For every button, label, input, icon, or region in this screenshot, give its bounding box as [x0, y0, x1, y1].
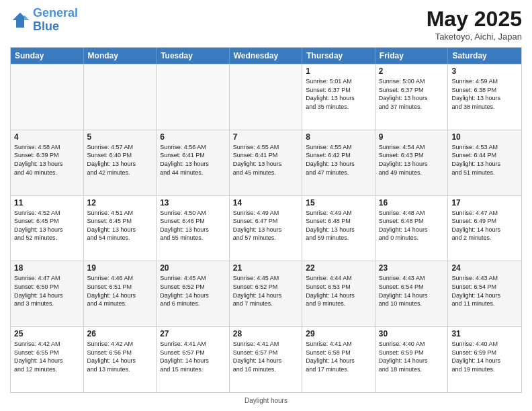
day-number: 3: [451, 66, 518, 76]
month-title: May 2025: [427, 7, 522, 32]
calendar: SundayMondayTuesdayWednesdayThursdayFrid…: [10, 47, 522, 393]
week-row-2: 11Sunrise: 4:52 AM Sunset: 6:45 PM Dayli…: [11, 195, 521, 261]
day-info: Sunrise: 4:46 AM Sunset: 6:51 PM Dayligh…: [87, 274, 153, 308]
day-header-saturday: Saturday: [448, 48, 521, 64]
calendar-cell: 13Sunrise: 4:50 AM Sunset: 6:46 PM Dayli…: [157, 196, 230, 261]
header: General Blue May 2025 Taketoyo, Aichi, J…: [10, 7, 522, 42]
calendar-header: SundayMondayTuesdayWednesdayThursdayFrid…: [11, 48, 521, 64]
week-row-3: 18Sunrise: 4:47 AM Sunset: 6:50 PM Dayli…: [11, 261, 521, 326]
day-number: 19: [87, 263, 153, 273]
logo-text: General Blue: [33, 7, 78, 34]
day-number: 30: [379, 329, 445, 338]
calendar-cell: 31Sunrise: 4:40 AM Sunset: 6:59 PM Dayli…: [448, 327, 521, 392]
calendar-cell: [11, 64, 84, 130]
calendar-cell: 2Sunrise: 5:00 AM Sunset: 6:37 PM Daylig…: [375, 64, 449, 130]
day-number: 18: [14, 263, 80, 273]
day-info: Sunrise: 4:40 AM Sunset: 6:59 PM Dayligh…: [451, 340, 518, 373]
day-number: 23: [379, 263, 445, 273]
day-number: 27: [160, 329, 226, 338]
week-row-0: 1Sunrise: 5:01 AM Sunset: 6:37 PM Daylig…: [11, 64, 521, 130]
day-info: Sunrise: 4:58 AM Sunset: 6:39 PM Dayligh…: [14, 143, 80, 177]
calendar-cell: 11Sunrise: 4:52 AM Sunset: 6:45 PM Dayli…: [11, 196, 84, 261]
calendar-cell: 19Sunrise: 4:46 AM Sunset: 6:51 PM Dayli…: [84, 261, 157, 326]
day-info: Sunrise: 5:01 AM Sunset: 6:37 PM Dayligh…: [306, 77, 371, 111]
day-info: Sunrise: 4:54 AM Sunset: 6:43 PM Dayligh…: [379, 143, 445, 177]
day-info: Sunrise: 4:43 AM Sunset: 6:54 PM Dayligh…: [379, 274, 445, 308]
calendar-cell: 21Sunrise: 4:45 AM Sunset: 6:52 PM Dayli…: [230, 261, 303, 326]
day-header-thursday: Thursday: [302, 48, 375, 64]
calendar-body: 1Sunrise: 5:01 AM Sunset: 6:37 PM Daylig…: [11, 64, 521, 392]
calendar-cell: [157, 64, 230, 130]
day-number: 29: [306, 329, 371, 338]
week-row-1: 4Sunrise: 4:58 AM Sunset: 6:39 PM Daylig…: [11, 130, 521, 195]
calendar-cell: 16Sunrise: 4:48 AM Sunset: 6:48 PM Dayli…: [375, 196, 449, 261]
day-info: Sunrise: 5:00 AM Sunset: 6:37 PM Dayligh…: [379, 77, 445, 111]
day-info: Sunrise: 4:47 AM Sunset: 6:49 PM Dayligh…: [451, 209, 518, 242]
calendar-cell: 29Sunrise: 4:41 AM Sunset: 6:58 PM Dayli…: [302, 327, 375, 392]
day-info: Sunrise: 4:55 AM Sunset: 6:41 PM Dayligh…: [233, 143, 299, 177]
day-number: 31: [451, 329, 518, 338]
day-info: Sunrise: 4:41 AM Sunset: 6:58 PM Dayligh…: [306, 340, 371, 373]
calendar-cell: 12Sunrise: 4:51 AM Sunset: 6:45 PM Dayli…: [84, 196, 157, 261]
day-number: 22: [306, 263, 371, 273]
day-info: Sunrise: 4:52 AM Sunset: 6:45 PM Dayligh…: [14, 209, 80, 242]
calendar-cell: 5Sunrise: 4:57 AM Sunset: 6:40 PM Daylig…: [84, 130, 157, 195]
week-row-4: 25Sunrise: 4:42 AM Sunset: 6:55 PM Dayli…: [11, 326, 521, 392]
day-info: Sunrise: 4:50 AM Sunset: 6:46 PM Dayligh…: [160, 209, 226, 242]
calendar-cell: 24Sunrise: 4:43 AM Sunset: 6:54 PM Dayli…: [448, 261, 521, 326]
day-number: 1: [306, 66, 371, 76]
day-number: 2: [379, 66, 445, 76]
svg-marker-1: [24, 15, 30, 20]
day-number: 13: [160, 198, 226, 208]
day-info: Sunrise: 4:41 AM Sunset: 6:57 PM Dayligh…: [160, 340, 226, 373]
day-info: Sunrise: 4:57 AM Sunset: 6:40 PM Dayligh…: [87, 143, 153, 177]
day-number: 15: [306, 198, 371, 208]
calendar-cell: 8Sunrise: 4:55 AM Sunset: 6:42 PM Daylig…: [302, 130, 375, 195]
day-number: 14: [233, 198, 299, 208]
day-number: 11: [14, 198, 80, 208]
calendar-cell: 27Sunrise: 4:41 AM Sunset: 6:57 PM Dayli…: [157, 327, 230, 392]
day-number: 5: [87, 132, 153, 142]
day-number: 6: [160, 132, 226, 142]
footer: Daylight hours: [10, 397, 522, 404]
day-info: Sunrise: 4:53 AM Sunset: 6:44 PM Dayligh…: [451, 143, 518, 177]
calendar-cell: 4Sunrise: 4:58 AM Sunset: 6:39 PM Daylig…: [11, 130, 84, 195]
day-number: 12: [87, 198, 153, 208]
day-info: Sunrise: 4:47 AM Sunset: 6:50 PM Dayligh…: [14, 274, 80, 308]
day-number: 26: [87, 329, 153, 338]
calendar-cell: 25Sunrise: 4:42 AM Sunset: 6:55 PM Dayli…: [11, 327, 84, 392]
day-info: Sunrise: 4:45 AM Sunset: 6:52 PM Dayligh…: [233, 274, 299, 308]
day-number: 21: [233, 263, 299, 273]
day-info: Sunrise: 4:49 AM Sunset: 6:47 PM Dayligh…: [233, 209, 299, 242]
day-number: 4: [14, 132, 80, 142]
calendar-cell: 6Sunrise: 4:56 AM Sunset: 6:41 PM Daylig…: [157, 130, 230, 195]
day-info: Sunrise: 4:40 AM Sunset: 6:59 PM Dayligh…: [379, 340, 445, 373]
day-info: Sunrise: 4:48 AM Sunset: 6:48 PM Dayligh…: [379, 209, 445, 242]
day-number: 8: [306, 132, 371, 142]
day-info: Sunrise: 4:56 AM Sunset: 6:41 PM Dayligh…: [160, 143, 226, 177]
day-info: Sunrise: 4:59 AM Sunset: 6:38 PM Dayligh…: [451, 77, 518, 111]
day-number: 10: [451, 132, 518, 142]
day-info: Sunrise: 4:51 AM Sunset: 6:45 PM Dayligh…: [87, 209, 153, 242]
day-header-tuesday: Tuesday: [157, 48, 230, 64]
day-info: Sunrise: 4:55 AM Sunset: 6:42 PM Dayligh…: [306, 143, 371, 177]
day-number: 17: [451, 198, 518, 208]
day-number: 7: [233, 132, 299, 142]
calendar-cell: 17Sunrise: 4:47 AM Sunset: 6:49 PM Dayli…: [448, 196, 521, 261]
day-number: 28: [233, 329, 299, 338]
calendar-cell: 10Sunrise: 4:53 AM Sunset: 6:44 PM Dayli…: [448, 130, 521, 195]
day-info: Sunrise: 4:49 AM Sunset: 6:48 PM Dayligh…: [306, 209, 371, 242]
calendar-cell: 20Sunrise: 4:45 AM Sunset: 6:52 PM Dayli…: [157, 261, 230, 326]
day-header-sunday: Sunday: [11, 48, 84, 64]
calendar-cell: 23Sunrise: 4:43 AM Sunset: 6:54 PM Dayli…: [375, 261, 449, 326]
day-info: Sunrise: 4:41 AM Sunset: 6:57 PM Dayligh…: [233, 340, 299, 373]
title-block: May 2025 Taketoyo, Aichi, Japan: [427, 7, 522, 42]
calendar-cell: 9Sunrise: 4:54 AM Sunset: 6:43 PM Daylig…: [375, 130, 449, 195]
day-info: Sunrise: 4:42 AM Sunset: 6:55 PM Dayligh…: [14, 340, 80, 373]
calendar-cell: 22Sunrise: 4:44 AM Sunset: 6:53 PM Dayli…: [302, 261, 375, 326]
day-number: 25: [14, 329, 80, 338]
page: General Blue May 2025 Taketoyo, Aichi, J…: [0, 0, 532, 411]
calendar-cell: 14Sunrise: 4:49 AM Sunset: 6:47 PM Dayli…: [230, 196, 303, 261]
day-number: 20: [160, 263, 226, 273]
calendar-cell: 1Sunrise: 5:01 AM Sunset: 6:37 PM Daylig…: [302, 64, 375, 130]
